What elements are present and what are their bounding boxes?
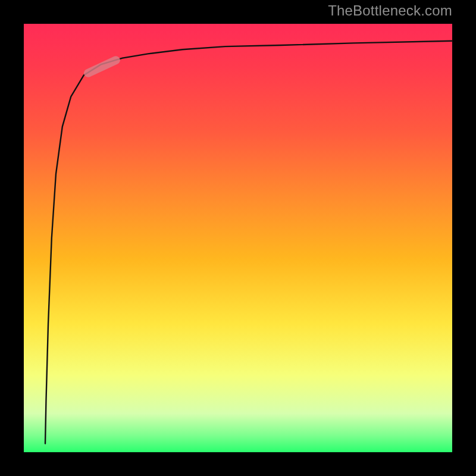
curve-line	[45, 41, 452, 444]
chart-container: TheBottleneck.com	[0, 0, 476, 476]
plot-svg	[24, 24, 452, 452]
plot-area	[24, 24, 452, 452]
highlight-segment	[88, 60, 116, 73]
watermark-text: TheBottleneck.com	[328, 2, 452, 19]
